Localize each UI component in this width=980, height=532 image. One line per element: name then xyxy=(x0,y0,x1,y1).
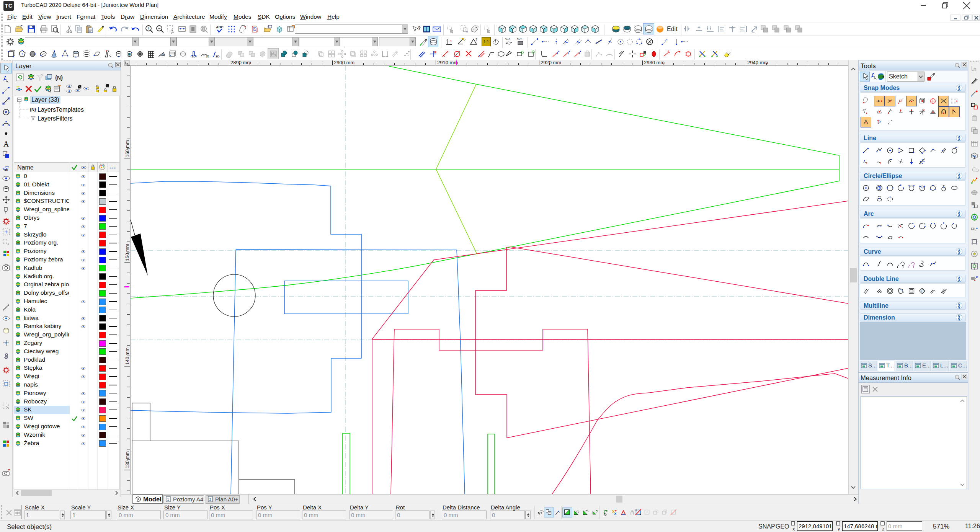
svg-text:3: 3 xyxy=(924,222,925,226)
svg-text:150 mm: 150 mm xyxy=(125,244,130,261)
svg-text:3D: 3D xyxy=(192,55,196,58)
svg-text:2910 mm: 2910 mm xyxy=(437,60,458,65)
svg-text:?: ? xyxy=(464,38,466,42)
svg-text:140 mm: 140 mm xyxy=(125,348,130,365)
svg-text:3D: 3D xyxy=(206,55,209,58)
svg-text:2900 mm: 2900 mm xyxy=(334,60,354,65)
svg-text:x: x xyxy=(792,526,795,531)
svg-text:130 mm: 130 mm xyxy=(125,451,130,468)
svg-text:3D: 3D xyxy=(4,168,8,172)
svg-text:?: ? xyxy=(475,38,477,41)
svg-text:y: y xyxy=(838,526,840,531)
svg-text:2930 mm: 2930 mm xyxy=(644,60,665,65)
svg-text:+: + xyxy=(147,26,150,31)
svg-text:S=?: S=? xyxy=(517,38,522,41)
svg-text:A: A xyxy=(3,140,9,148)
svg-text:160 mm: 160 mm xyxy=(125,140,130,157)
svg-text:2940 mm: 2940 mm xyxy=(747,60,768,65)
svg-text:2: 2 xyxy=(209,498,211,501)
svg-text:{N}: {N} xyxy=(55,75,63,81)
svg-text:1:1: 1:1 xyxy=(483,40,489,44)
svg-text:3D: 3D xyxy=(216,55,219,58)
svg-text:−: − xyxy=(158,26,160,31)
svg-text:1: 1 xyxy=(167,498,169,501)
svg-text:{N}: {N} xyxy=(30,107,36,112)
svg-text:V=?: V=? xyxy=(505,38,510,41)
svg-text:2890 mm: 2890 mm xyxy=(230,60,251,65)
svg-text:2920 mm: 2920 mm xyxy=(541,60,561,65)
svg-text:ABC: ABC xyxy=(216,25,224,29)
svg-text:z: z xyxy=(882,526,885,531)
svg-text:?: ? xyxy=(418,25,421,31)
